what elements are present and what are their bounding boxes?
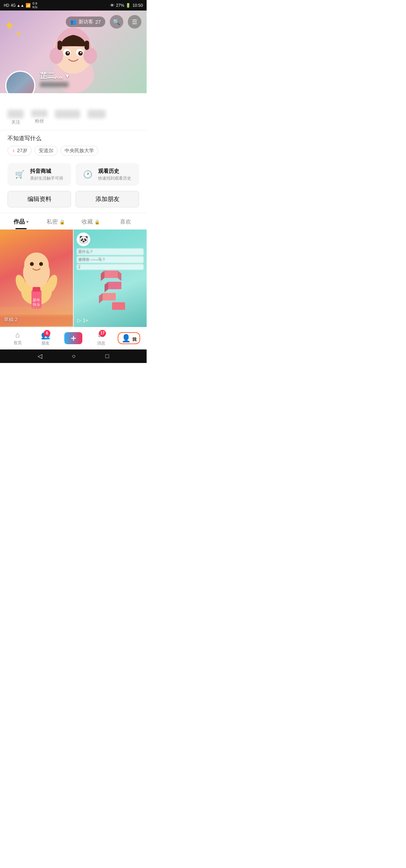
home-button[interactable]: ○ (72, 353, 76, 360)
plus-icon: ＋ (69, 333, 77, 344)
stat-extra[interactable]: 3 必丝 (88, 110, 106, 126)
status-bar: HD 4G ▲▲ 📶 0.9K/s 👁 27% 🔋 10:50 (0, 0, 147, 11)
me-icon: 👤 (121, 334, 131, 342)
fans-value: 1,111 (31, 110, 47, 117)
search-icon: 🔍 (113, 18, 120, 26)
edit-profile-button[interactable]: 编辑资料 (8, 191, 71, 207)
tag-location-text: 安道尔 (39, 147, 53, 154)
svg-marker-26 (101, 271, 105, 281)
svg-rect-24 (0, 307, 73, 317)
shop-title: 抖音商城 (30, 168, 63, 175)
likes-value: 111 一计 (55, 110, 80, 118)
add-button[interactable]: ＋ (64, 332, 82, 344)
visitors-icon: 👥 (70, 19, 76, 25)
play-count: ▷ 1+ (77, 318, 88, 323)
visitors-button[interactable]: 👥 新访客 27 (66, 17, 105, 27)
add-friend-button[interactable]: 添加朋友 (76, 191, 139, 207)
dropdown-arrow-icon[interactable]: ▼ (65, 73, 70, 79)
back-button[interactable]: ◁ (38, 352, 42, 360)
tab-works-label: 作品 (14, 218, 25, 225)
history-text: 观看历史 快速找到观看历史 (98, 168, 131, 181)
blocks-illustration (74, 267, 147, 315)
friends-label: 朋友 (41, 340, 50, 346)
visitors-count: 27 (95, 19, 101, 25)
svg-point-18 (39, 262, 43, 266)
search-button[interactable]: 🔍 (110, 15, 123, 29)
header-nav: 👥 新访客 27 🔍 ☰ (0, 11, 147, 33)
clock: 10:50 (132, 3, 143, 8)
messages-badge: 17 (99, 330, 106, 337)
grid-item-1[interactable]: 新年 快乐 草稿 2 (0, 230, 73, 327)
svg-marker-27 (118, 271, 121, 281)
tab-private[interactable]: 私密 🔒 (39, 213, 74, 229)
nav-home[interactable]: ⌂ 首页 (4, 331, 32, 346)
profile-name: 芷二灬 ▼ (40, 71, 70, 81)
nav-messages[interactable]: 17 ✉ 消息 (87, 331, 115, 346)
stats-section: 0关注 关注 1,111 粉丝 111 一计 3 必丝 (0, 93, 147, 130)
tag-age: 27岁 (17, 147, 27, 154)
nav-me[interactable]: 👤 我 (115, 332, 143, 344)
svg-point-6 (65, 51, 70, 56)
status-wifi: 📶 (26, 3, 31, 8)
content-grid: 新年 快乐 草稿 2 🐼 是什么？ 迷得你 ——马？ 2 (0, 230, 147, 327)
play-icon: ▷ (77, 318, 81, 323)
tag-school-text: 中央民族大学 (65, 147, 94, 154)
system-nav-bar: ◁ ○ □ (0, 349, 147, 363)
history-title: 观看历史 (98, 168, 131, 175)
tag-school[interactable]: 中央民族大学 (61, 146, 98, 156)
tabs-row: 作品 ▾ 私密 🔒 收藏 🔒 喜欢 (0, 213, 147, 229)
extra-value: 3 必丝 (88, 110, 106, 118)
bio-section: 不知道写什么 ♀ 27岁 安道尔 中央民族大学 (0, 130, 147, 158)
tag-location[interactable]: 安道尔 (35, 146, 58, 156)
avatar[interactable] (5, 71, 35, 93)
svg-rect-20 (33, 287, 40, 292)
recent-button[interactable]: □ (106, 353, 109, 360)
shop-card[interactable]: 🛒 抖音商城 美好生活触手可得 (8, 163, 71, 186)
stat-following[interactable]: 0关注 关注 (8, 110, 24, 126)
messages-label: 消息 (97, 340, 105, 346)
tab-likes-label: 喜欢 (120, 218, 131, 225)
grid-thumb-2: 🐼 是什么？ 迷得你 ——马？ 2 (74, 230, 147, 327)
svg-rect-32 (112, 302, 125, 310)
status-right: 👁 27% 🔋 10:50 (110, 3, 143, 8)
history-card[interactable]: 🕐 观看历史 快速找到观看历史 (76, 163, 139, 186)
friends-badge: 6 (44, 330, 50, 337)
tab-works[interactable]: 作品 ▾ (4, 213, 39, 229)
svg-rect-28 (108, 282, 121, 289)
video-avatar: 🐼 (77, 233, 90, 246)
svg-marker-29 (105, 282, 108, 292)
following-value: 0关注 (8, 110, 24, 118)
action-buttons: 编辑资料 添加朋友 (0, 191, 147, 213)
svg-point-16 (24, 253, 48, 277)
grid-thumb-1: 新年 快乐 草稿 2 (0, 230, 73, 327)
tabs-section: 作品 ▾ 私密 🔒 收藏 🔒 喜欢 (0, 213, 147, 230)
stat-fans[interactable]: 1,111 粉丝 (31, 110, 47, 126)
profile-name-area: 芷二灬 ▼ 抖音号: 12345 (40, 71, 70, 89)
profile-id-blurred: 抖音号: 12345 (40, 82, 68, 87)
bottom-nav: ⌂ 首页 6 👥 朋友 ＋ 17 ✉ 消息 👤 我 (0, 327, 147, 349)
tag-gender-age[interactable]: ♀ 27岁 (8, 146, 32, 156)
draft-label: 草稿 2 (4, 316, 18, 323)
history-icon: 🕐 (81, 168, 94, 181)
battery-icon: 🔋 (126, 3, 131, 8)
svg-rect-10 (58, 41, 62, 50)
status-signal: 4G ▲▲ (11, 3, 24, 8)
tags-row: ♀ 27岁 安道尔 中央民族大学 (8, 146, 139, 156)
tab-favorites[interactable]: 收藏 🔒 (73, 213, 108, 229)
thumb-illustration-1: 新年 快乐 (0, 230, 73, 327)
menu-button[interactable]: ☰ (128, 15, 141, 29)
svg-point-8 (67, 52, 69, 53)
nav-friends[interactable]: 6 👥 朋友 (32, 331, 59, 346)
svg-text:新年: 新年 (33, 298, 40, 302)
svg-point-3 (83, 47, 97, 64)
play-count-value: 1+ (83, 318, 88, 323)
avatar-image (6, 72, 34, 93)
status-speed: 0.9K/s (32, 2, 37, 9)
me-label: 我 (132, 337, 136, 342)
stat-likes[interactable]: 111 一计 (55, 110, 80, 126)
grid-item-2[interactable]: 🐼 是什么？ 迷得你 ——马？ 2 (74, 230, 147, 327)
shop-icon: 🛒 (13, 168, 26, 181)
tab-likes[interactable]: 喜欢 (108, 213, 143, 229)
gender-icon: ♀ (12, 148, 16, 154)
tab-private-lock: 🔒 (59, 219, 65, 225)
